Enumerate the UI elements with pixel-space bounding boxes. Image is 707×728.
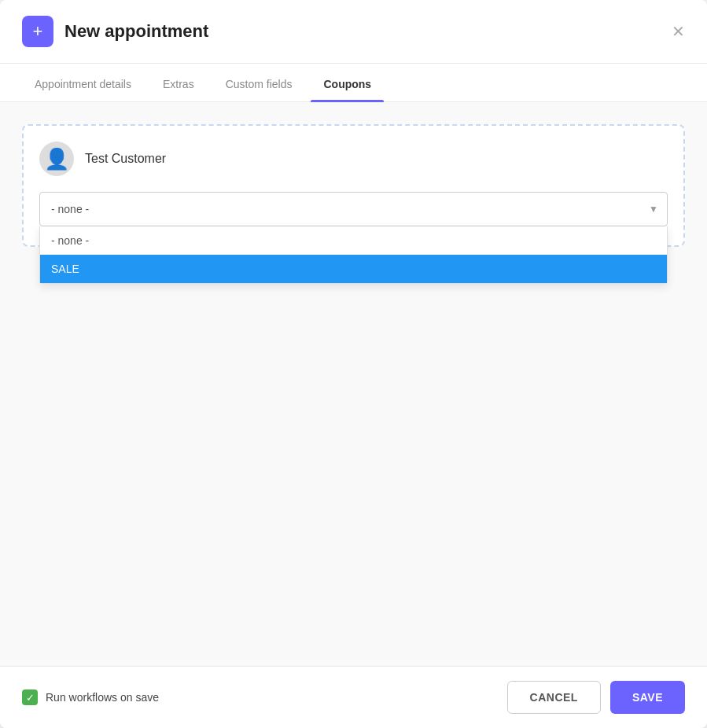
- modal-title: New appointment: [64, 21, 208, 42]
- dropdown-option-none[interactable]: - none -: [40, 226, 667, 255]
- workflow-label: Run workflows on save: [46, 691, 159, 704]
- modal-footer: ✓ Run workflows on save CANCEL SAVE: [0, 666, 707, 728]
- save-button[interactable]: SAVE: [610, 681, 685, 714]
- checkbox-checked-icon[interactable]: ✓: [22, 689, 38, 705]
- tab-appointment-details[interactable]: Appointment details: [22, 64, 144, 101]
- close-button[interactable]: ✕: [672, 24, 685, 39]
- dropdown-option-sale[interactable]: SALE: [40, 255, 667, 283]
- workflow-checkbox-row: ✓ Run workflows on save: [22, 689, 159, 705]
- coupon-dropdown-menu: - none - SALE: [39, 226, 668, 284]
- tab-custom-fields[interactable]: Custom fields: [213, 64, 305, 101]
- footer-buttons: CANCEL SAVE: [507, 681, 685, 714]
- tab-extras[interactable]: Extras: [150, 64, 207, 101]
- plus-icon-button[interactable]: +: [22, 16, 53, 47]
- coupon-select[interactable]: - none -: [39, 192, 668, 226]
- coupon-select-wrapper: - none - ▼ - none - SALE: [39, 192, 668, 226]
- tab-coupons[interactable]: Coupons: [311, 64, 384, 101]
- modal-header: + New appointment ✕: [0, 0, 707, 64]
- avatar: 👤: [39, 142, 74, 176]
- coupon-select-value: - none -: [51, 192, 89, 226]
- tab-bar: Appointment details Extras Custom fields…: [0, 64, 707, 102]
- customer-row: 👤 Test Customer: [39, 142, 668, 176]
- modal-dialog: + New appointment ✕ Appointment details …: [0, 0, 707, 728]
- customer-name: Test Customer: [85, 152, 166, 166]
- cancel-button[interactable]: CANCEL: [507, 681, 601, 714]
- user-icon: 👤: [44, 149, 69, 169]
- customer-card: 👤 Test Customer - none - ▼ - none - SALE: [22, 124, 685, 247]
- modal-body: 👤 Test Customer - none - ▼ - none - SALE: [0, 102, 707, 666]
